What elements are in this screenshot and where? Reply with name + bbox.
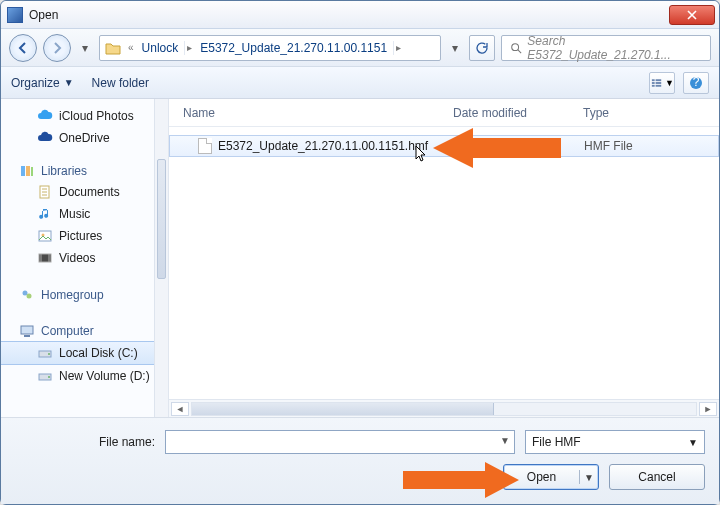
- open-button[interactable]: Open ▼: [503, 464, 599, 490]
- app-icon: [7, 7, 23, 23]
- chevron-down-icon: ▼: [64, 77, 74, 88]
- help-button[interactable]: ?: [683, 72, 709, 94]
- svg-rect-3: [652, 82, 655, 84]
- svg-point-18: [27, 294, 32, 299]
- refresh-button[interactable]: [469, 35, 495, 61]
- horizontal-scrollbar[interactable]: ◄ ►: [169, 399, 719, 417]
- svg-rect-4: [656, 82, 662, 84]
- svg-rect-10: [26, 166, 30, 176]
- sidebar-item-music[interactable]: Music: [1, 203, 168, 225]
- breadcrumb-2[interactable]: E5372_Update_21.270.11.00.1151: [194, 41, 394, 55]
- svg-rect-6: [656, 84, 662, 86]
- organize-menu[interactable]: Organize ▼: [11, 76, 74, 90]
- chevron-down-icon[interactable]: ▼: [580, 472, 598, 483]
- cancel-button[interactable]: Cancel: [609, 464, 705, 490]
- view-mode-button[interactable]: ▼: [649, 72, 675, 94]
- svg-rect-9: [21, 166, 25, 176]
- sidebar-item-onedrive[interactable]: OneDrive: [1, 127, 168, 149]
- homegroup-icon: [19, 287, 35, 303]
- column-date[interactable]: Date modified: [453, 106, 583, 120]
- body: iCloud Photos OneDrive Libraries Documen…: [1, 99, 719, 417]
- file-type: HMF File: [584, 139, 633, 153]
- svg-rect-1: [652, 79, 655, 81]
- breadcrumb-prefix: «: [126, 42, 136, 53]
- toolbar: Organize ▼ New folder ▼ ?: [1, 67, 719, 99]
- svg-point-0: [511, 43, 518, 50]
- scrollbar-track[interactable]: [191, 402, 697, 416]
- sidebar-item-localdisk[interactable]: Local Disk (C:): [1, 341, 168, 365]
- scrollbar-thumb[interactable]: [157, 159, 166, 279]
- filename-label: File name:: [15, 435, 155, 449]
- path-dropdown[interactable]: ▾: [447, 41, 463, 55]
- open-dialog: Open ▾ « Unlock ▸ E5372_Update_21.270.11…: [0, 0, 720, 505]
- sidebar-item-icloud[interactable]: iCloud Photos: [1, 105, 168, 127]
- music-icon: [37, 206, 53, 222]
- file-icon: [198, 138, 212, 154]
- svg-text:?: ?: [693, 76, 700, 89]
- drive-icon: [37, 368, 53, 384]
- svg-point-17: [23, 291, 28, 296]
- breadcrumb-1[interactable]: Unlock: [136, 41, 186, 55]
- file-name: E5372_Update_21.270.11.00.1151.hmf: [218, 139, 454, 153]
- libraries-icon: [19, 163, 35, 179]
- sidebar-item-pictures[interactable]: Pictures: [1, 225, 168, 247]
- close-button[interactable]: [669, 5, 715, 25]
- sidebar-scrollbar[interactable]: [154, 99, 168, 417]
- cloud-icon: [37, 108, 53, 124]
- svg-rect-2: [656, 79, 662, 81]
- pictures-icon: [37, 228, 53, 244]
- column-name[interactable]: Name: [183, 106, 453, 120]
- list-body[interactable]: E5372_Update_21.270.11.00.1151.hmf 4 10:…: [169, 127, 719, 399]
- svg-rect-19: [21, 326, 33, 334]
- sidebar-group-homegroup[interactable]: Homegroup: [1, 283, 168, 305]
- search-icon: [508, 40, 523, 56]
- address-bar[interactable]: « Unlock ▸ E5372_Update_21.270.11.00.115…: [99, 35, 441, 61]
- chevron-right-icon: ▸: [185, 42, 194, 53]
- file-type-filter[interactable]: File HMF ▼: [525, 430, 705, 454]
- refresh-icon: [475, 41, 489, 55]
- arrow-left-icon: [16, 41, 30, 55]
- cloud-icon: [37, 130, 53, 146]
- filename-input[interactable]: ▼: [165, 430, 515, 454]
- sidebar-group-computer[interactable]: Computer: [1, 319, 168, 341]
- toolbar-right: ▼ ?: [649, 72, 709, 94]
- footer: File name: ▼ File HMF ▼ Open ▼ Cancel: [1, 417, 719, 504]
- documents-icon: [37, 184, 53, 200]
- svg-point-22: [48, 353, 50, 355]
- forward-button[interactable]: [43, 34, 71, 62]
- arrow-right-icon: [50, 41, 64, 55]
- chevron-down-icon: ▼: [688, 437, 698, 448]
- search-placeholder: Search E5372_Update_21.270.1...: [527, 34, 704, 62]
- search-input[interactable]: Search E5372_Update_21.270.1...: [501, 35, 711, 61]
- file-date: 4 10:33 ...: [454, 139, 584, 153]
- svg-rect-5: [652, 84, 655, 86]
- title-bar: Open: [1, 1, 719, 29]
- scroll-right-button[interactable]: ►: [699, 402, 717, 416]
- view-icon: [650, 76, 663, 90]
- svg-rect-20: [24, 335, 30, 337]
- back-button[interactable]: [9, 34, 37, 62]
- scroll-left-button[interactable]: ◄: [171, 402, 189, 416]
- column-type[interactable]: Type: [583, 106, 719, 120]
- close-icon: [687, 10, 697, 20]
- nav-sidebar: iCloud Photos OneDrive Libraries Documen…: [1, 99, 169, 417]
- history-dropdown[interactable]: ▾: [77, 41, 93, 55]
- window-title: Open: [29, 8, 58, 22]
- help-icon: ?: [689, 76, 703, 90]
- new-folder-button[interactable]: New folder: [92, 76, 149, 90]
- svg-point-24: [48, 376, 50, 378]
- scrollbar-thumb[interactable]: [192, 403, 494, 415]
- sidebar-group-libraries[interactable]: Libraries: [1, 159, 168, 181]
- file-row[interactable]: E5372_Update_21.270.11.00.1151.hmf 4 10:…: [169, 135, 719, 157]
- svg-rect-13: [39, 231, 51, 241]
- sidebar-item-documents[interactable]: Documents: [1, 181, 168, 203]
- list-header: Name Date modified Type: [169, 99, 719, 127]
- sidebar-item-newvolume[interactable]: New Volume (D:): [1, 365, 168, 387]
- nav-row: ▾ « Unlock ▸ E5372_Update_21.270.11.00.1…: [1, 29, 719, 67]
- chevron-right-icon: ▸: [394, 42, 403, 53]
- drive-icon: [37, 345, 53, 361]
- sidebar-item-videos[interactable]: Videos: [1, 247, 168, 269]
- folder-icon: [104, 39, 122, 57]
- chevron-down-icon[interactable]: ▼: [500, 435, 510, 446]
- videos-icon: [37, 250, 53, 266]
